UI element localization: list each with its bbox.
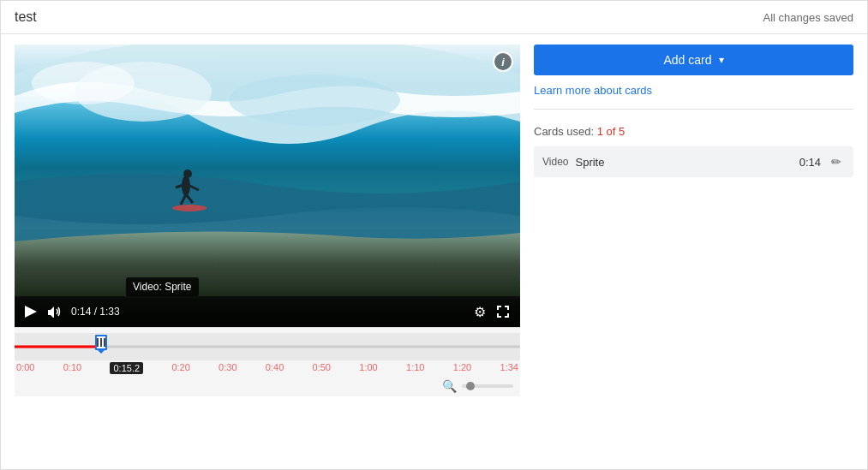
save-status: All changes saved	[763, 11, 853, 24]
card-marker-pointer	[97, 349, 105, 354]
card-time: 0:14	[799, 156, 821, 169]
time-label-1[interactable]: 0:10	[63, 362, 81, 374]
main-content: i Video: Sprite	[1, 34, 867, 469]
dropdown-arrow-icon: ▾	[719, 54, 724, 66]
video-section: i Video: Sprite	[15, 45, 520, 469]
top-bar: test All changes saved	[1, 1, 867, 34]
play-icon	[25, 306, 37, 318]
video-controls-bar: 0:14 / 1:33 ⚙	[15, 296, 520, 327]
right-panel: Add card ▾ Learn more about cards Cards …	[534, 45, 853, 469]
time-display: 0:14 / 1:33	[71, 306, 120, 318]
fullscreen-button[interactable]	[494, 303, 512, 320]
gear-icon: ⚙	[474, 304, 486, 320]
time-label-5[interactable]: 0:50	[313, 362, 331, 374]
time-label-2[interactable]: 0:20	[171, 362, 189, 374]
add-card-label: Add card	[663, 53, 711, 67]
time-label-7[interactable]: 1:10	[406, 362, 424, 374]
card-edit-button[interactable]: ✏	[828, 153, 845, 170]
card-marker[interactable]	[95, 335, 107, 354]
page-title: test	[15, 9, 37, 25]
page-wrapper: test All changes saved	[0, 0, 868, 470]
cards-used-text: Cards used:	[534, 125, 597, 138]
add-card-button[interactable]: Add card ▾	[534, 45, 853, 75]
zoom-slider-thumb	[466, 382, 475, 390]
cards-used-value: 1 of 5	[597, 125, 626, 138]
video-background	[15, 45, 520, 327]
time-label-current[interactable]: 0:15.2	[110, 362, 143, 374]
video-player[interactable]: i Video: Sprite	[15, 45, 520, 327]
time-label-9[interactable]: 1:34	[500, 362, 518, 374]
svg-point-4	[229, 74, 400, 126]
card-type-label: Video	[542, 156, 568, 168]
timeline-labels: 0:00 0:10 0:15.2 0:20 0:30 0:40 0:50 1:0…	[15, 360, 520, 376]
card-marker-lines	[97, 338, 105, 347]
volume-button[interactable]	[45, 304, 64, 319]
learn-more-link[interactable]: Learn more about cards	[534, 84, 853, 97]
volume-icon	[47, 306, 63, 318]
play-button[interactable]	[23, 304, 39, 319]
card-item: Video Sprite 0:14 ✏	[534, 146, 853, 177]
card-marker-flag	[95, 335, 107, 350]
card-marker-line-2	[100, 338, 102, 347]
zoom-slider[interactable]	[462, 384, 513, 388]
timeline-bar[interactable]	[15, 333, 520, 360]
timeline-progress	[15, 346, 95, 348]
svg-point-3	[32, 62, 135, 104]
card-marker-line-3	[104, 338, 105, 347]
wave-svg	[15, 45, 520, 296]
time-label-4[interactable]: 0:40	[266, 362, 284, 374]
timeline-section: 0:00 0:10 0:15.2 0:20 0:30 0:40 0:50 1:0…	[15, 327, 520, 396]
info-icon-btn[interactable]: i	[493, 51, 513, 72]
card-marker-line-1	[97, 338, 99, 347]
svg-point-6	[183, 170, 192, 178]
cards-used-label: Cards used: 1 of 5	[534, 125, 853, 138]
time-label-6[interactable]: 1:00	[359, 362, 377, 374]
timeline-bottom: 🔍	[15, 376, 520, 396]
zoom-icon: 🔍	[442, 379, 457, 393]
card-name: Sprite	[575, 156, 792, 169]
info-icon: i	[501, 56, 505, 68]
settings-button[interactable]: ⚙	[472, 302, 488, 322]
time-label-3[interactable]: 0:30	[218, 362, 236, 374]
time-label-8[interactable]: 1:20	[453, 362, 471, 374]
svg-point-11	[172, 205, 207, 211]
divider	[534, 109, 853, 110]
fullscreen-icon	[496, 305, 510, 318]
time-label-0[interactable]: 0:00	[16, 362, 34, 374]
